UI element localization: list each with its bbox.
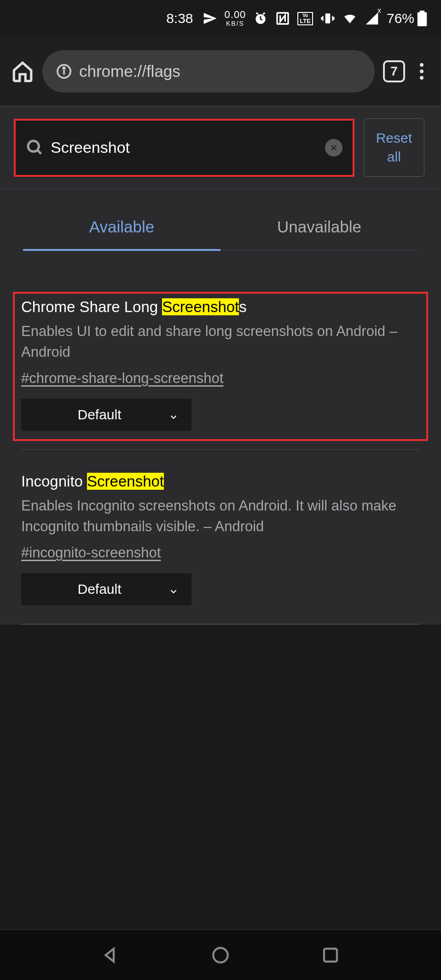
url-text: chrome://flags — [79, 62, 180, 81]
flags-list: Chrome Share Long Screenshots Enables UI… — [0, 250, 441, 625]
flag-title: Incognito Screenshot — [21, 473, 420, 490]
search-row: Reset all — [0, 106, 441, 189]
search-input[interactable] — [51, 139, 319, 157]
svg-point-12 — [213, 948, 228, 963]
svg-line-9 — [37, 150, 41, 154]
cellular-signal-icon: x — [365, 11, 379, 26]
divider — [21, 449, 420, 450]
volte-icon: VoLTE — [297, 12, 313, 25]
flag-hash-link[interactable]: #incognito-screenshot — [21, 545, 161, 561]
flag-title: Chrome Share Long Screenshots — [21, 298, 420, 316]
home-icon[interactable] — [11, 60, 34, 83]
send-icon — [203, 11, 217, 26]
android-status-bar: 8:38 0.00 KB/S VoLTE x 76% — [0, 0, 441, 37]
flag-dropdown[interactable]: Default — [21, 573, 191, 605]
divider — [21, 624, 420, 625]
android-nav-bar — [0, 929, 441, 980]
nfc-icon — [275, 11, 290, 26]
flag-description: Enables UI to edit and share long screen… — [21, 321, 420, 363]
tab-unavailable[interactable]: Unavailable — [220, 212, 418, 250]
search-icon — [26, 139, 44, 157]
back-button[interactable] — [101, 945, 120, 965]
flag-incognito-screenshot: Incognito Screenshot Enables Incognito s… — [13, 466, 428, 615]
svg-rect-2 — [325, 13, 331, 23]
svg-point-7 — [63, 67, 64, 69]
home-button[interactable] — [211, 945, 230, 965]
svg-rect-3 — [418, 12, 427, 26]
page-content: Reset all Available Unavailable Chrome S… — [0, 106, 441, 625]
svg-rect-13 — [324, 949, 337, 962]
wifi-icon — [342, 11, 357, 26]
highlight: Screenshot — [87, 473, 164, 490]
vibrate-icon — [320, 11, 335, 26]
svg-point-8 — [28, 141, 39, 151]
flag-description: Enables Incognito screenshots on Android… — [21, 496, 420, 537]
flag-hash-link[interactable]: #chrome-share-long-screenshot — [21, 370, 223, 387]
url-bar[interactable]: chrome://flags — [42, 50, 375, 93]
alarm-icon — [253, 11, 268, 26]
reset-all-button[interactable]: Reset all — [364, 118, 424, 177]
status-time: 8:38 — [166, 11, 193, 26]
flag-chrome-share-long-screenshots: Chrome Share Long Screenshots Enables UI… — [13, 292, 428, 441]
battery-status: 76% — [387, 11, 427, 26]
svg-rect-4 — [420, 11, 424, 13]
flag-dropdown[interactable]: Default — [21, 399, 191, 431]
tabs: Available Unavailable — [23, 212, 418, 250]
recents-button[interactable] — [321, 945, 340, 965]
overflow-menu-button[interactable] — [413, 60, 430, 82]
chevron-down-icon — [168, 584, 179, 594]
chevron-down-icon — [168, 410, 179, 420]
flags-search-box[interactable] — [14, 119, 354, 177]
clear-search-icon[interactable] — [325, 139, 342, 157]
highlight: Screenshot — [162, 298, 239, 315]
tab-switcher-button[interactable]: 7 — [383, 60, 405, 82]
browser-toolbar: chrome://flags 7 — [0, 37, 441, 106]
tab-available[interactable]: Available — [23, 212, 220, 251]
data-speed-indicator: 0.00 KB/S — [225, 9, 246, 28]
site-info-icon[interactable] — [56, 64, 72, 79]
